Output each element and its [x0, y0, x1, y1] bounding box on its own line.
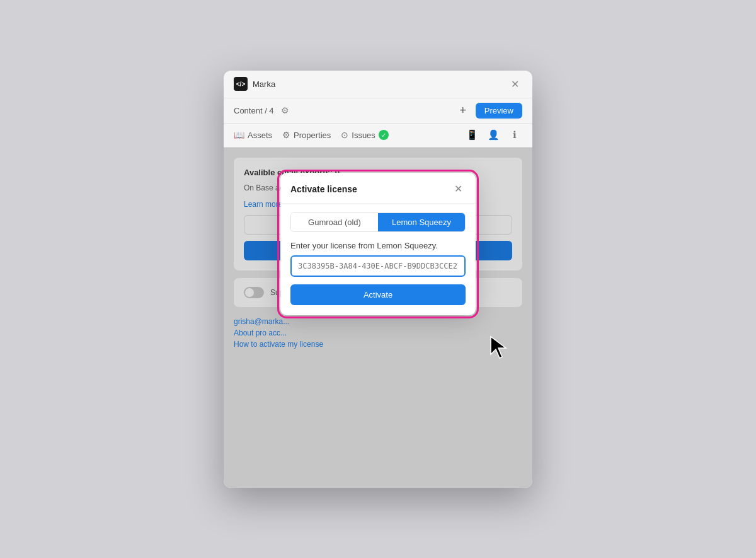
breadcrumb: Content / 4: [234, 106, 274, 115]
tab-issues[interactable]: ⊙ Issues: [341, 127, 389, 142]
gear-button[interactable]: ⚙: [278, 103, 293, 118]
info-button[interactable]: ℹ: [507, 127, 522, 142]
content-area: Avalible email exports: 0 On Base acc...…: [224, 148, 532, 488]
issues-badge: [379, 130, 389, 140]
activate-button[interactable]: Activate: [290, 284, 466, 305]
modal-header: Activate license ✕: [280, 173, 476, 204]
modal-body: Gumroad (old) Lemon Squeezy Enter your l…: [280, 204, 476, 315]
title-bar: </> Marka ✕: [224, 71, 532, 98]
modal-title: Activate license: [290, 184, 357, 194]
nav-tabs-left: 📖 Assets ⚙ Properties ⊙ Issues: [234, 127, 389, 142]
user-button[interactable]: 👤: [486, 127, 501, 142]
modal-close-button[interactable]: ✕: [450, 182, 466, 197]
lemon-squeezy-tab[interactable]: Lemon Squeezy: [378, 213, 465, 231]
toolbar-left: Content / 4 ⚙: [234, 103, 293, 118]
app-title: Marka: [253, 79, 275, 89]
tab-properties-label: Properties: [294, 131, 331, 140]
app-icon: </>: [234, 77, 248, 91]
toolbar: Content / 4 ⚙ + Preview: [224, 98, 532, 124]
nav-tabs: 📖 Assets ⚙ Properties ⊙ Issues 📱 👤 ℹ: [224, 124, 532, 148]
license-input[interactable]: [290, 255, 466, 277]
toolbar-right: + Preview: [455, 103, 522, 119]
app-window: </> Marka ✕ Content / 4 ⚙ + Preview 📖 As…: [224, 71, 532, 488]
license-label: Enter your license from Lemon Squeezy.: [290, 241, 466, 250]
properties-icon: ⚙: [282, 130, 290, 140]
add-button[interactable]: +: [455, 103, 471, 118]
app-icon-text: </>: [236, 81, 245, 88]
tab-issues-label: Issues: [352, 131, 375, 140]
tab-assets[interactable]: 📖 Assets: [234, 127, 272, 142]
modal-overlay: Activate license ✕ Gumroad (old): [224, 148, 532, 488]
tab-assets-label: Assets: [248, 131, 272, 140]
title-bar-left: </> Marka: [234, 77, 275, 91]
gumroad-tab[interactable]: Gumroad (old): [291, 213, 378, 231]
modal-wrapper: Activate license ✕ Gumroad (old): [280, 173, 476, 315]
license-tab-switcher: Gumroad (old) Lemon Squeezy: [290, 212, 466, 232]
issues-icon: ⊙: [341, 130, 348, 140]
tab-properties[interactable]: ⚙ Properties: [282, 127, 331, 142]
nav-tabs-right: 📱 👤 ℹ: [464, 127, 522, 142]
window-close-button[interactable]: ✕: [507, 76, 522, 91]
activate-license-modal: Activate license ✕ Gumroad (old): [280, 173, 476, 315]
mobile-preview-button[interactable]: 📱: [464, 127, 479, 142]
preview-button[interactable]: Preview: [476, 103, 522, 119]
assets-icon: 📖: [234, 130, 244, 140]
cursor-svg: [488, 334, 511, 359]
